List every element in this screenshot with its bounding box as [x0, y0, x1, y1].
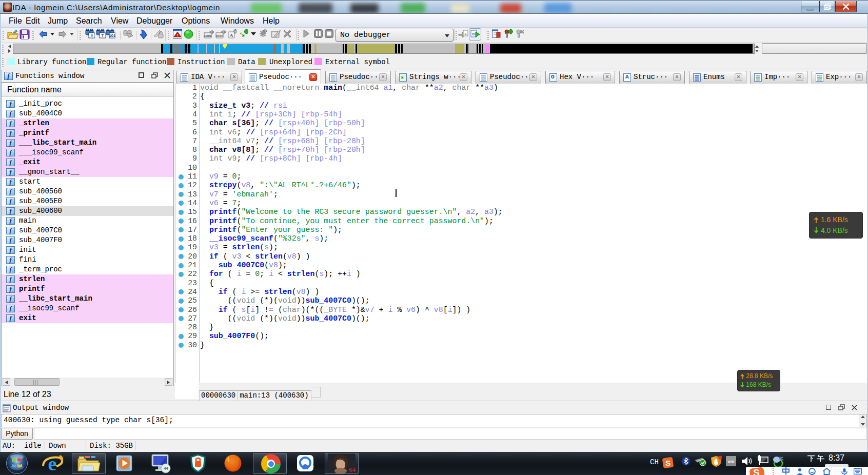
svg-text:T: T — [102, 33, 104, 38]
svg-text:‘s: ‘s — [240, 31, 244, 38]
svg-text:CODE: CODE — [204, 34, 212, 37]
svg-text:!: ! — [177, 33, 179, 37]
svg-text:#: # — [91, 33, 93, 38]
svg-text:S: S — [665, 459, 670, 467]
svg-text:101: 101 — [109, 33, 115, 38]
svg-text:vm: vm — [727, 459, 734, 464]
svg-text:c: c — [472, 31, 475, 36]
svg-text:64: 64 — [349, 466, 356, 473]
svg-text:DATA: DATA — [216, 34, 223, 37]
svg-text:c: c — [465, 31, 467, 36]
svg-text:e: e — [48, 453, 57, 474]
svg-text:A: A — [230, 33, 233, 38]
